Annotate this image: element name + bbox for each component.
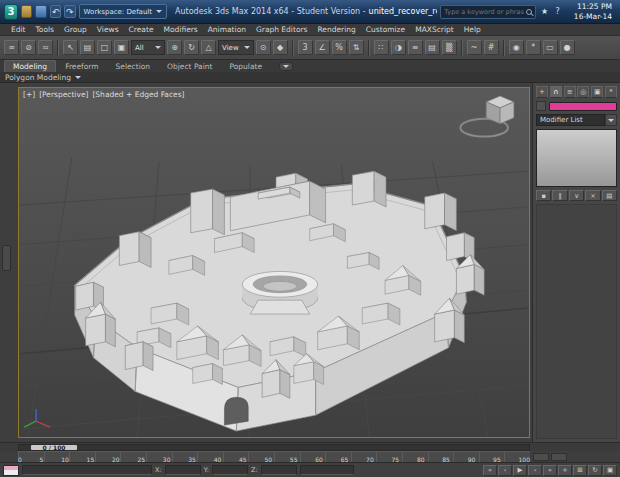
menu-tools[interactable]: Tools [31,25,59,34]
configure-modifier-sets-button[interactable]: ▤ [602,190,617,201]
pin-stack-button[interactable]: ▪ [536,190,551,201]
menu-edit[interactable]: Edit [6,25,31,34]
castle-3d-model[interactable] [75,171,484,431]
rendered-frame-window-icon[interactable]: ▭ [543,40,558,55]
maximize-viewport-toggle-icon[interactable]: ▣ [603,465,617,476]
coord-y-field[interactable] [212,465,248,475]
select-and-scale-icon[interactable]: △ [201,40,216,55]
search-icon[interactable] [526,9,532,15]
search-input[interactable] [444,8,524,16]
track-bar[interactable]: 0 5 10 15 20 25 30 35 40 45 50 55 60 65 … [18,451,530,462]
menu-maxscript[interactable]: MAXScript [410,25,459,34]
viewport-canvas[interactable] [19,88,529,437]
set-key-button[interactable] [551,453,567,461]
viewport-pov-menu[interactable]: [Perspective] [39,90,88,99]
orbit-icon[interactable]: ↻ [588,465,602,476]
menu-help[interactable]: Help [459,25,486,34]
listener-script-line[interactable] [4,470,18,475]
tab-populate[interactable]: Populate [221,61,270,72]
window-crossing-icon[interactable]: ▣ [114,40,129,55]
tab-modify-icon[interactable]: ∩ [550,86,562,98]
reference-coordinate-dropdown[interactable]: View [218,40,254,55]
graphite-ribbon-toggle-icon[interactable]: ▒ [442,40,457,55]
auto-key-button[interactable] [533,453,549,461]
unlink-selection-icon[interactable]: ⊘ [21,40,36,55]
select-and-rotate-icon[interactable]: ↻ [184,40,199,55]
use-pivot-point-icon[interactable]: ⊙ [256,40,271,55]
tab-hierarchy-icon[interactable]: ≡ [564,86,576,98]
tab-create-icon[interactable]: + [536,86,548,98]
snaps-toggle-icon[interactable]: 3 [298,40,313,55]
modifier-list-arrow[interactable] [605,114,617,126]
tab-selection[interactable]: Selection [108,61,159,72]
app-logo-button[interactable]: 3 [4,4,18,20]
pin-object-icon[interactable] [536,101,546,111]
coord-z-field[interactable] [261,465,297,475]
menu-animation[interactable]: Animation [203,25,251,34]
infocenter-search-box[interactable] [440,5,536,19]
viewport-shading-menu[interactable]: [Shaded + Edged Faces] [92,90,184,99]
viewcube[interactable] [460,96,514,137]
go-to-start-icon[interactable]: « [483,465,497,476]
select-and-manipulate-icon[interactable]: ◆ [273,40,288,55]
tab-object-paint[interactable]: Object Paint [159,61,220,72]
go-to-end-icon[interactable]: » [543,465,557,476]
material-editor-icon[interactable]: ◉ [509,40,524,55]
render-setup-icon[interactable]: * [526,40,541,55]
spinner-snap-icon[interactable]: ⇅ [349,40,364,55]
save-file-icon[interactable] [35,5,46,18]
percent-snap-icon[interactable]: % [332,40,347,55]
maxscript-mini-listener[interactable] [3,465,19,476]
mirror-icon[interactable]: ◑ [391,40,406,55]
time-slider-track[interactable]: 0 / 100 [18,444,530,451]
tab-motion-icon[interactable]: ◎ [577,86,589,98]
menu-rendering[interactable]: Rendering [312,25,360,34]
bind-to-space-warp-icon[interactable]: ≈ [38,40,53,55]
menu-views[interactable]: Views [92,25,124,34]
coord-x-field[interactable] [165,465,201,475]
curve-editor-icon[interactable]: ~ [467,40,482,55]
previous-frame-icon[interactable]: ‹ [498,465,512,476]
layer-manager-icon[interactable]: ▤ [425,40,440,55]
remove-modifier-button[interactable]: × [585,190,600,201]
menu-graph-editors[interactable]: Graph Editors [251,25,313,34]
time-slider-handle[interactable]: 0 / 100 [31,445,77,450]
menu-group[interactable]: Group [59,25,92,34]
show-end-result-button[interactable]: ‖ [552,190,567,201]
menu-create[interactable]: Create [124,25,159,34]
tab-utilities-icon[interactable]: * [605,86,617,98]
object-color-swatch[interactable] [549,102,617,111]
modifier-list-dropdown[interactable]: Modifier List [536,114,605,126]
open-file-icon[interactable] [21,5,32,18]
help-icon[interactable]: ? [553,6,563,18]
render-production-icon[interactable]: ● [560,40,575,55]
ribbon-minimize-icon[interactable] [279,62,293,71]
selection-region-icon[interactable]: □ [97,40,112,55]
redo-icon[interactable]: ↷ [64,5,75,18]
selection-filter-dropdown[interactable]: All [131,40,165,55]
tab-modeling[interactable]: Modeling [4,60,56,72]
make-unique-button[interactable]: ∨ [569,190,584,201]
polygon-modeling-panel[interactable]: Polygon Modeling [5,73,71,82]
viewport-perspective[interactable]: [+] [Perspective] [Shaded + Edged Faces] [18,87,530,438]
viewport-layout-tab[interactable] [2,245,11,271]
zoom-extents-icon[interactable]: ⊞ [573,465,587,476]
workspace-selector[interactable]: Workspace: Default [79,4,167,19]
menu-modifiers[interactable]: Modifiers [159,25,203,34]
align-icon[interactable]: ≡ [408,40,423,55]
tab-freeform[interactable]: Freeform [57,61,106,72]
undo-icon[interactable]: ↶ [50,5,61,18]
menu-customize[interactable]: Customize [361,25,410,34]
favorites-star-icon[interactable]: ★ [539,6,549,18]
viewport-general-menu[interactable]: [+] [23,90,35,99]
select-and-link-icon[interactable]: ∞ [4,40,19,55]
select-by-name-icon[interactable]: ▤ [80,40,95,55]
edit-named-selection-sets-icon[interactable]: ∷ [374,40,389,55]
zoom-icon[interactable]: + [558,465,572,476]
play-icon[interactable]: ▶ [513,465,527,476]
next-frame-icon[interactable]: › [528,465,542,476]
tab-display-icon[interactable]: ▣ [591,86,603,98]
modifier-stack-list[interactable] [536,129,617,187]
angle-snap-icon[interactable]: ∠ [315,40,330,55]
select-and-move-icon[interactable]: ⊕ [167,40,182,55]
